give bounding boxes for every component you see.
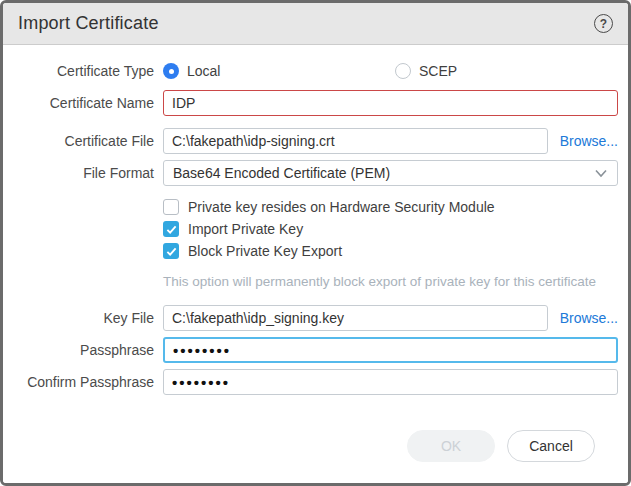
checkmark-icon bbox=[166, 246, 177, 257]
passphrase-row: Passphrase bbox=[14, 337, 618, 363]
certificate-file-row: Certificate File Browse... bbox=[14, 128, 618, 154]
certificate-file-label: Certificate File bbox=[14, 133, 154, 149]
help-icon[interactable]: ? bbox=[594, 14, 613, 33]
dialog-titlebar: Import Certificate ? bbox=[3, 3, 628, 45]
checkbox-checked-icon[interactable] bbox=[163, 221, 179, 237]
certificate-name-label: Certificate Name bbox=[14, 95, 154, 111]
confirm-passphrase-label: Confirm Passphrase bbox=[14, 374, 154, 390]
cancel-button[interactable]: Cancel bbox=[507, 430, 595, 462]
file-format-label: File Format bbox=[14, 165, 154, 181]
radio-unselected-icon[interactable] bbox=[395, 63, 411, 79]
file-format-select[interactable]: Base64 Encoded Certificate (PEM) bbox=[163, 160, 618, 186]
chevron-down-icon bbox=[594, 166, 608, 180]
key-file-browse-link[interactable]: Browse... bbox=[560, 310, 618, 326]
certificate-name-row: Certificate Name bbox=[14, 90, 618, 116]
confirm-passphrase-input[interactable] bbox=[163, 369, 618, 395]
confirm-passphrase-row: Confirm Passphrase bbox=[14, 369, 618, 395]
import-certificate-dialog: Import Certificate ? Certificate Type Lo… bbox=[0, 0, 631, 486]
file-format-selected-value: Base64 Encoded Certificate (PEM) bbox=[173, 165, 390, 181]
hsm-checkbox-row: Private key resides on Hardware Security… bbox=[14, 199, 618, 215]
dialog-footer: OK Cancel bbox=[14, 395, 618, 462]
radio-option-local-label: Local bbox=[187, 63, 220, 79]
checkbox-checked-icon[interactable] bbox=[163, 243, 179, 259]
key-file-row: Key File Browse... bbox=[14, 305, 618, 331]
radio-selected-icon[interactable] bbox=[163, 63, 179, 79]
passphrase-input[interactable] bbox=[163, 337, 618, 363]
dialog-title: Import Certificate bbox=[18, 13, 159, 34]
block-private-key-export-checkbox-label: Block Private Key Export bbox=[188, 243, 342, 259]
block-private-key-export-checkbox[interactable]: Block Private Key Export bbox=[163, 243, 342, 259]
file-format-row: File Format Base64 Encoded Certificate (… bbox=[14, 160, 618, 186]
ok-button[interactable]: OK bbox=[407, 430, 495, 462]
certificate-file-browse-link[interactable]: Browse... bbox=[560, 133, 618, 149]
block-private-key-export-checkbox-row: Block Private Key Export bbox=[14, 243, 618, 259]
block-export-note-row: This option will permanently block expor… bbox=[14, 265, 618, 299]
certificate-type-row: Certificate Type Local SCEP bbox=[14, 63, 618, 79]
key-file-input[interactable] bbox=[163, 305, 548, 331]
certificate-type-radio-group: Local SCEP bbox=[163, 63, 618, 79]
radio-option-scep-label: SCEP bbox=[419, 63, 457, 79]
block-export-note: This option will permanently block expor… bbox=[163, 274, 618, 289]
import-private-key-checkbox-row: Import Private Key bbox=[14, 221, 618, 237]
certificate-type-label: Certificate Type bbox=[14, 63, 154, 79]
certificate-name-input[interactable] bbox=[163, 90, 618, 116]
dialog-content: Certificate Type Local SCEP Certificate … bbox=[3, 45, 628, 483]
import-private-key-checkbox[interactable]: Import Private Key bbox=[163, 221, 303, 237]
certificate-file-input[interactable] bbox=[163, 128, 548, 154]
hsm-checkbox[interactable]: Private key resides on Hardware Security… bbox=[163, 199, 495, 215]
checkbox-unchecked-icon[interactable] bbox=[163, 199, 179, 215]
passphrase-label: Passphrase bbox=[14, 342, 154, 358]
radio-option-local[interactable]: Local bbox=[163, 63, 395, 79]
checkmark-icon bbox=[166, 224, 177, 235]
radio-option-scep[interactable]: SCEP bbox=[395, 63, 457, 79]
import-private-key-checkbox-label: Import Private Key bbox=[188, 221, 303, 237]
hsm-checkbox-label: Private key resides on Hardware Security… bbox=[188, 199, 495, 215]
key-file-label: Key File bbox=[14, 310, 154, 326]
